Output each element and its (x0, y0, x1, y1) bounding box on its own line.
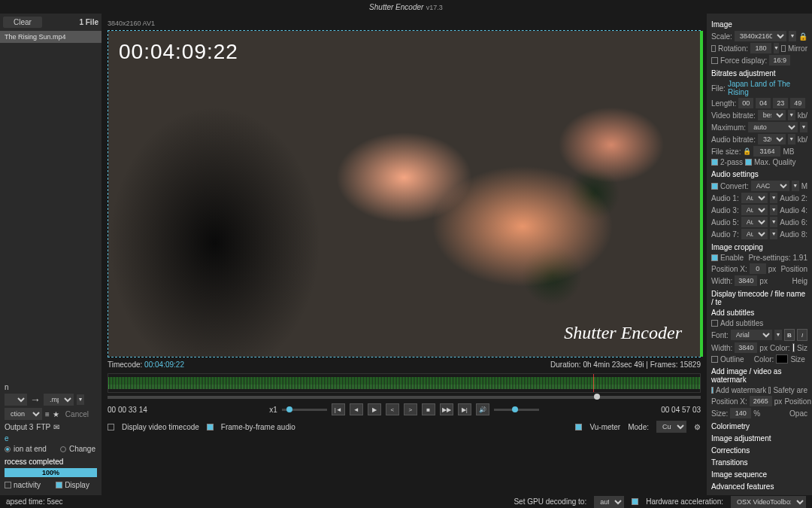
a3-select[interactable]: Audio 3 (741, 205, 768, 215)
bold-button[interactable]: B (784, 329, 795, 341)
outline-swatch[interactable] (776, 354, 788, 364)
gear-icon[interactable]: ⚙ (694, 423, 701, 431)
fd-input[interactable] (769, 55, 790, 65)
sub-width[interactable] (735, 342, 757, 353)
radio-ion-at-end[interactable] (5, 446, 11, 452)
rotation-input[interactable] (750, 43, 771, 53)
cb-frame-audio[interactable] (207, 424, 214, 430)
cb-vumeter[interactable] (575, 424, 582, 430)
lock-icon[interactable]: 🔒 (743, 148, 751, 155)
app-title: Shutter Encoder (369, 3, 423, 11)
rewind-button[interactable]: ◄ (350, 403, 363, 415)
next-frame-button[interactable]: ▶| (458, 403, 471, 415)
section-advanced[interactable]: Advanced features (711, 482, 807, 491)
section-subtitles: Add subtitles (711, 309, 807, 317)
font-select[interactable]: Arial (731, 330, 772, 340)
gpu-label: Set GPU decoding to: (514, 497, 586, 506)
link-e[interactable]: e (5, 434, 97, 443)
section-sequence[interactable]: Image sequence (711, 470, 807, 479)
right-panel: Image Scale:3840x2160▼🔒 Rotation:▼Mirror… (707, 14, 812, 495)
watermark-overlay: Shutter Encoder (564, 323, 682, 343)
a1-select[interactable]: Audio 1 (741, 193, 768, 203)
clear-button[interactable]: Clear (3, 17, 42, 28)
cancel-button[interactable]: Cancel (65, 410, 89, 418)
crop-w[interactable] (735, 275, 757, 286)
cb-2pass[interactable] (711, 159, 718, 166)
ab-select[interactable]: 320 (758, 134, 786, 144)
chevron-down-icon[interactable]: ▼ (789, 31, 796, 41)
section-image: Image (711, 20, 807, 29)
sound-button[interactable]: 🔊 (476, 403, 489, 415)
ff-button[interactable]: ▶▶ (440, 403, 453, 415)
chevron-down-icon[interactable]: ▼ (77, 394, 84, 405)
crop-x[interactable] (750, 263, 766, 274)
a7-select[interactable]: Audio 7 (741, 229, 768, 239)
scrub-bar[interactable] (108, 396, 701, 399)
section-colorimetry[interactable]: Colorimetry (711, 422, 807, 430)
stop-button[interactable]: ■ (422, 403, 435, 415)
progress-bar: 100% (5, 468, 97, 477)
cb-outline[interactable] (711, 356, 718, 363)
playhead[interactable] (593, 374, 594, 392)
dimensions-label: 3840x2160 AV1 (108, 17, 701, 30)
len-h[interactable] (738, 98, 753, 108)
wm-x[interactable] (750, 396, 772, 406)
codec-select[interactable]: AAC (751, 181, 789, 191)
play-button[interactable]: ▶ (368, 403, 381, 415)
hw-select[interactable]: OSX VideoToolbox (731, 496, 806, 508)
action-select[interactable]: ction (5, 408, 42, 420)
cb-display[interactable] (56, 482, 62, 488)
cb-rotation[interactable] (711, 45, 716, 52)
scrub-knob[interactable] (594, 394, 600, 400)
back-button[interactable]: < (386, 403, 399, 415)
cb-add-sub[interactable] (711, 320, 718, 327)
color-swatch[interactable] (792, 343, 795, 352)
arrow-icon: → (30, 394, 41, 406)
format-select[interactable] (5, 394, 27, 406)
volume-slider[interactable] (494, 409, 539, 411)
cb-safety[interactable] (768, 387, 771, 394)
video-preview[interactable]: 00:04:09:22 Shutter Encoder (108, 30, 701, 357)
wm-size[interactable] (730, 408, 751, 418)
ext-select[interactable]: .mp4 (44, 394, 74, 406)
mode-select[interactable]: Cut (656, 421, 686, 433)
star-icon[interactable]: ★ (53, 410, 59, 418)
process-title: rocess completed (5, 458, 97, 466)
app-version: v17.3 (426, 4, 443, 11)
fs-input[interactable] (753, 146, 780, 157)
mail-icon[interactable]: ✉ (53, 423, 59, 431)
fwd-button[interactable]: > (404, 403, 417, 415)
gpu-select[interactable]: auto (594, 496, 624, 508)
list-icon[interactable]: ≡ (45, 410, 50, 418)
speed-slider[interactable] (282, 409, 327, 411)
cb-activity[interactable] (5, 482, 11, 488)
lock-icon[interactable]: 🔒 (798, 32, 807, 41)
len-m[interactable] (756, 98, 771, 108)
file-list-item[interactable]: The Rising Sun.mp4 (0, 31, 102, 43)
tc-end: 00 04 57 03 (661, 406, 701, 414)
scale-select[interactable]: 3840x2160 (735, 31, 786, 41)
section-transitions[interactable]: Transitions (711, 458, 807, 467)
cb-mirror[interactable] (781, 45, 786, 52)
file-count: 1 File (79, 18, 98, 26)
cb-crop-enable[interactable] (711, 254, 718, 261)
title-bar: Shutter Encoder v17.3 (0, 0, 812, 14)
timecode-overlay: 00:04:09:22 (119, 40, 238, 64)
section-image-adj[interactable]: Image adjustment (711, 434, 807, 443)
cb-maxq[interactable] (745, 159, 752, 166)
vb-select[interactable]: best (758, 110, 786, 120)
len-s[interactable] (773, 98, 788, 108)
italic-button[interactable]: I (797, 329, 807, 341)
len-f[interactable] (790, 98, 805, 108)
waveform[interactable] (108, 373, 701, 393)
cb-hw-accel[interactable] (632, 498, 638, 505)
section-corrections[interactable]: Corrections (711, 446, 807, 455)
cb-convert[interactable] (711, 183, 718, 190)
max-select[interactable]: auto (748, 122, 798, 132)
a5-select[interactable]: Audio 5 (741, 217, 768, 227)
cb-force-display[interactable] (711, 57, 718, 64)
radio-change[interactable] (60, 446, 66, 452)
cb-display-tc[interactable] (108, 424, 114, 430)
cb-watermark[interactable] (711, 387, 714, 394)
prev-frame-button[interactable]: |◄ (332, 403, 345, 415)
